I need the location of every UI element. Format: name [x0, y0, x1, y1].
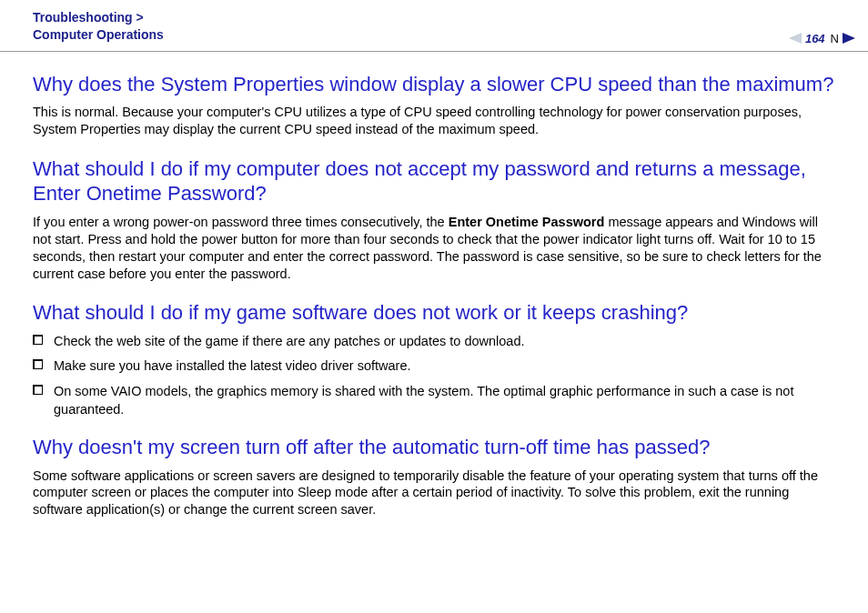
list-item: On some VAIO models, the graphics memory…: [33, 383, 835, 418]
q2-body-bold: Enter Onetime Password: [449, 215, 605, 229]
list-item: Make sure you have installed the latest …: [33, 357, 835, 376]
next-page-icon[interactable]: [843, 33, 855, 44]
bullet-icon: [33, 359, 43, 369]
bullet-icon: [33, 335, 43, 345]
bullet-icon: [33, 385, 43, 395]
list-item: Check the web site of the game if there …: [33, 333, 835, 351]
page-number-nav: 164 N: [789, 32, 855, 45]
bullet-text: On some VAIO models, the graphics memory…: [54, 383, 835, 418]
question-1-heading: Why does the System Properties window di…: [33, 72, 835, 97]
q2-body-pre: If you enter a wrong power-on password t…: [33, 215, 449, 229]
question-4-body: Some software applications or screen sav…: [33, 467, 835, 519]
bullet-text: Check the web site of the game if there …: [54, 333, 524, 351]
question-4-heading: Why doesn't my screen turn off after the…: [33, 435, 835, 460]
page-content: Why does the System Properties window di…: [0, 52, 868, 546]
breadcrumb[interactable]: Troubleshooting > Computer Operations: [33, 9, 835, 44]
page-number: 164: [805, 32, 825, 45]
question-3-bullets: Check the web site of the game if there …: [33, 333, 835, 418]
bullet-text: Make sure you have installed the latest …: [54, 357, 411, 376]
question-1-body: This is normal. Because your computer's …: [33, 104, 835, 138]
prev-page-icon[interactable]: [789, 33, 802, 44]
question-3-heading: What should I do if my game software doe…: [33, 300, 835, 326]
question-2-body: If you enter a wrong power-on password t…: [33, 214, 835, 282]
question-2-heading: What should I do if my computer does not…: [33, 156, 835, 206]
breadcrumb-line-2: Computer Operations: [33, 27, 164, 42]
page-header: Troubleshooting > Computer Operations 16…: [0, 0, 868, 52]
breadcrumb-line-1: Troubleshooting >: [33, 10, 144, 25]
page-n-label: N: [829, 32, 839, 45]
